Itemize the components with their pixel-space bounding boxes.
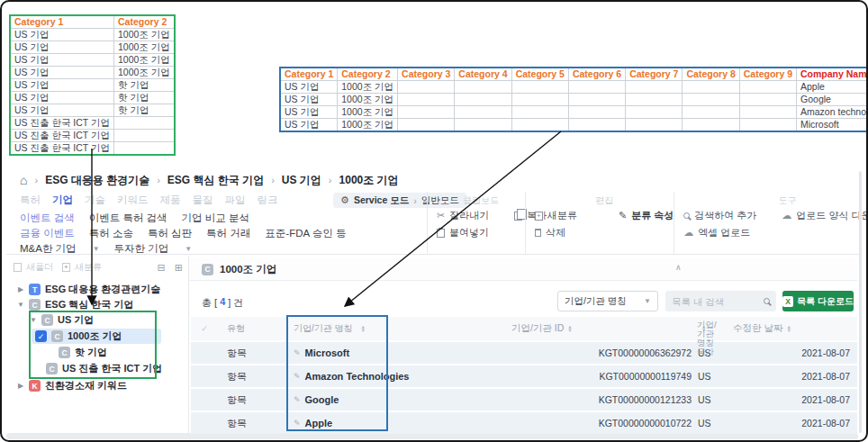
excel-row: US 진출 한국 ICT 기업 [10,130,175,142]
company-name-link[interactable]: Google [305,394,339,405]
new-classification-button[interactable]: 새분류 [62,261,102,274]
cell [739,81,796,94]
collapse-all-icon[interactable]: ⊞ [175,262,183,274]
tree-node-eco-material-keywords[interactable]: ▶ K 친환경소재 키워드 [17,378,127,393]
tab-link[interactable]: 링크 [258,194,278,207]
cloud-download-icon: ☁ [782,211,791,221]
tree-node-hot-companies[interactable]: C 핫 기업 [59,345,107,360]
subnav-item[interactable]: 이벤트 특허 검색 [89,212,167,225]
classification-properties-button[interactable]: ✎분류 속성 [619,209,674,222]
subnav-item[interactable]: 기업 비교 분석 [182,212,249,225]
tab-file[interactable]: 파일 [225,194,246,207]
caret-down-icon[interactable]: ▼ [17,301,24,309]
tree-node-1000jo-companies[interactable]: ✓ C 1000조 기업 [32,329,161,344]
collapse-panel-icon[interactable]: ∧ [675,263,682,272]
subnav-item[interactable]: 투자한 기업 [114,242,169,256]
tree-badge-c: C [46,363,58,374]
tree-node-us-entry-korea-ict[interactable]: C US 진출 한국 ICT 기업 [46,361,162,376]
delete-button[interactable]: 삭제 [535,226,565,239]
tab-product[interactable]: 제품 [160,194,181,207]
ribbon: 특허 기업 기술 키워드 제품 물질 파일 링크 ⚙ Service 모드 › … [6,192,860,255]
filter-field-dropdown[interactable]: 기업/기관 명칭 ▼ [557,291,658,311]
excel-row: US 기업1000조 기업Microsoft [280,119,868,132]
excel-table-companies: Category 1 Category 2 Category 3 Categor… [279,67,868,132]
cut-button[interactable]: ✂잘라내기 [437,209,489,222]
search-to-add-button[interactable]: 검색하여 추가 [683,209,756,222]
list-search-input[interactable] [672,296,759,307]
excel-upload-button[interactable]: ☁엑셀 업로드 [683,226,750,239]
tree-node-esg-env-tech[interactable]: ▶ T ESG 대응용 환경관련기술 [17,282,160,297]
excel-header: Category 2 [113,15,175,29]
cell: US 기업 [10,67,113,79]
subnav-item[interactable]: 특허 거래 [206,227,250,240]
expand-all-icon[interactable]: ⊟ [158,262,166,274]
checkbox-checked-icon[interactable]: ✓ [35,330,47,342]
sort-icon[interactable]: ▲▼ [567,325,572,333]
subnav-item[interactable]: M&A한 기업 [20,242,77,256]
home-icon[interactable]: ⌂ [20,174,27,186]
row-modified-date: 2021-08-07 [724,342,857,364]
row-checkbox[interactable] [191,389,218,410]
edit-icon: ✎ [294,419,301,428]
cell: Apple [797,81,868,94]
tab-keyword[interactable]: 키워드 [117,194,149,207]
company-name-link[interactable]: Amazon Technologies [305,371,410,382]
caret-down-icon[interactable]: ▼ [30,316,37,324]
excel-row: US 기업1000조 기업 [10,29,175,41]
tab-patent[interactable]: 특허 [20,194,41,207]
table-row[interactable]: 항목 ✎Apple KGT00000000010722 US 2021-08-0… [191,412,857,434]
breadcrumb-item[interactable]: US 기업 [282,173,321,188]
column-header-id[interactable]: 기업/기관 ID▲▼ [479,317,695,340]
edit-icon: ✎ [294,348,301,357]
table-row[interactable]: 항목 ✎Microsoft KGT00000006362972 US 2021-… [191,342,857,364]
group-title: 도구 [683,194,868,207]
new-folder-button[interactable]: 새폴더 [14,261,53,274]
breadcrumb-item[interactable]: ESG 대응용 환경기술 [45,173,149,188]
sort-icon[interactable]: ▲▼ [361,325,366,333]
company-name-link[interactable]: Microsoft [305,347,350,358]
row-checkbox[interactable] [191,342,218,364]
caret-right-icon[interactable]: ▶ [17,382,24,390]
tab-technology[interactable]: 기술 [85,194,105,207]
breadcrumb-item[interactable]: ESG 핵심 한국 기업 [167,173,264,188]
tree-node-esg-korea-companies[interactable]: ▼ C ESG 핵심 한국 기업 [17,297,133,312]
select-all-checkbox[interactable]: ✓ [191,317,218,340]
list-download-button[interactable]: X 목록 다운로드 [782,291,854,311]
excel-header: Category 3 [398,68,455,81]
subnav-item[interactable]: 특허 심판 [148,227,192,240]
cell: 1000조 기업 [113,67,175,79]
subnav-label[interactable]: 이벤트 검색 [20,212,75,225]
breadcrumb-item[interactable]: 1000조 기업 [339,173,399,188]
cell: US 진출 한국 ICT 기업 [10,142,113,156]
row-checkbox[interactable] [191,412,218,434]
edit-icon: ✎ [294,372,301,381]
excel-row: US 기업핫 기업 [10,79,175,92]
subnav-label[interactable]: 금융 이벤트 [20,227,75,240]
subnav-item[interactable]: 특허 소송 [89,227,133,240]
subnav-item[interactable]: 표준-FDA 승인 등 [265,227,346,240]
search-icon[interactable] [764,298,770,304]
tab-company[interactable]: 기업 [52,194,73,207]
table-row[interactable]: 항목 ✎Google KGT00000000121233 US 2021-08-… [191,389,857,410]
horizontal-scrollbar[interactable] [6,433,858,439]
column-header-modified[interactable]: 수정한 날짜▲▼ [724,317,857,340]
service-mode-label: Service 모드 [354,194,409,207]
row-id: KGT00000000010722 [479,412,695,434]
new-classification-button[interactable]: 새분류 [535,209,577,222]
vertical-scrollbar[interactable] [859,171,862,433]
cell: US 기업 [280,119,338,132]
company-name-link[interactable]: Apple [305,418,333,428]
tree-node-us-companies[interactable]: ▼ C US 기업 [30,312,94,328]
table-row[interactable]: 항목 ✎Amazon Technologies KGT0000000011974… [191,365,857,387]
upload-form-download-button[interactable]: ☁업로드 양식 다운로드 [782,209,868,222]
row-checkbox[interactable] [191,365,218,387]
paste-button[interactable]: 붙여넣기 [437,226,489,239]
sort-icon[interactable]: ▲▼ [786,325,791,333]
column-header-name[interactable]: 기업/기관 명칭▲▼ [288,317,479,340]
tab-material[interactable]: 물질 [193,194,213,207]
excel-row: US 기업1000조 기업Apple [280,81,868,94]
cell [113,130,175,142]
cell: 1000조 기업 [113,29,175,41]
column-header-type[interactable]: 유형 [218,317,288,340]
caret-right-icon[interactable]: ▶ [17,285,24,293]
